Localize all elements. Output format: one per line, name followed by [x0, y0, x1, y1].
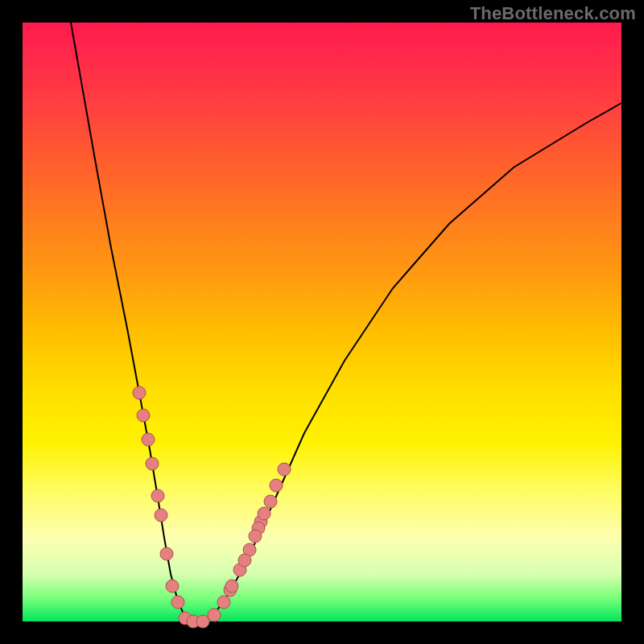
- curve-layer: [23, 23, 621, 621]
- curve-marker-dot: [278, 463, 291, 476]
- curve-marker-dot: [171, 596, 184, 609]
- curve-marker-dot: [264, 495, 277, 508]
- curve-marker-dot: [249, 530, 262, 543]
- curve-marker-dot: [217, 596, 230, 609]
- curve-marker-dot: [270, 479, 283, 492]
- bottleneck-curve: [71, 23, 621, 621]
- curve-marker-dot: [146, 457, 159, 470]
- curve-marker-dot: [142, 433, 155, 446]
- curve-marker-dot: [160, 547, 173, 560]
- curve-marker-dot: [225, 580, 238, 592]
- curve-marker-dot: [166, 580, 179, 592]
- watermark-text: TheBottleneck.com: [470, 3, 636, 24]
- curve-marker-dot: [133, 386, 146, 399]
- curve-marker-dot: [137, 409, 150, 422]
- curve-marker-dot: [196, 615, 209, 628]
- curve-marker-dot: [258, 507, 270, 520]
- curve-marker-dot: [208, 609, 221, 621]
- plot-area: [23, 23, 621, 621]
- curve-markers: [133, 386, 291, 628]
- chart-frame: TheBottleneck.com: [0, 0, 644, 644]
- curve-marker-dot: [238, 554, 251, 567]
- curve-marker-dot: [151, 489, 164, 502]
- curve-marker-dot: [155, 509, 167, 522]
